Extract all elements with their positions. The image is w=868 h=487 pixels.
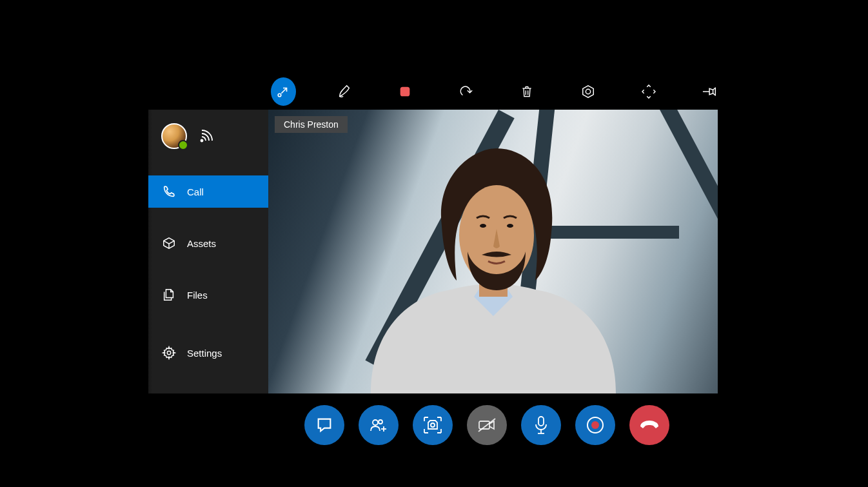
svg-marker-5	[583, 86, 594, 97]
hangup-button[interactable]	[629, 405, 669, 445]
svg-rect-2	[400, 87, 410, 97]
microphone-icon	[534, 415, 548, 435]
svg-line-24	[478, 419, 495, 432]
pin-icon	[702, 85, 718, 98]
call-controls	[304, 405, 669, 445]
participant-name: Chris Preston	[284, 119, 339, 130]
microphone-button[interactable]	[521, 405, 561, 445]
svg-point-19	[379, 420, 382, 424]
add-participant-button[interactable]	[359, 405, 399, 445]
files-icon	[161, 287, 177, 303]
sidebar-item-assets[interactable]: Assets	[148, 227, 268, 259]
expand-button[interactable]	[636, 77, 662, 106]
sidebar-item-label: Settings	[187, 348, 222, 359]
svg-point-22	[431, 423, 435, 427]
undo-button[interactable]	[454, 77, 479, 106]
sidebar-item-label: Assets	[187, 238, 216, 249]
hangup-icon	[638, 419, 660, 432]
sidebar-item-call[interactable]: Call	[148, 175, 268, 208]
add-participant-icon	[369, 416, 388, 434]
chat-button[interactable]	[304, 405, 344, 445]
chat-icon	[315, 416, 333, 434]
svg-point-13	[167, 351, 171, 355]
phone-icon	[161, 184, 177, 199]
signal-icon	[199, 128, 214, 144]
svg-point-11	[201, 140, 203, 142]
trash-icon	[520, 84, 533, 99]
participant-video	[345, 135, 642, 393]
sidebar-item-files[interactable]: Files	[148, 279, 268, 311]
video-off-button[interactable]	[467, 405, 507, 445]
pin-button[interactable]	[698, 77, 723, 106]
svg-point-6	[586, 89, 590, 94]
record-button[interactable]	[575, 405, 615, 445]
video-feed: Chris Preston	[268, 110, 718, 393]
ink-pen-icon	[337, 84, 351, 99]
record-icon	[586, 415, 605, 435]
trash-button[interactable]	[515, 77, 540, 106]
camera-capture-button[interactable]	[413, 405, 453, 445]
svg-rect-25	[538, 417, 544, 426]
camera-capture-icon	[423, 416, 442, 434]
svg-point-18	[373, 420, 378, 425]
sidebar-item-label: Files	[187, 290, 208, 301]
svg-line-1	[282, 88, 287, 94]
svg-point-29	[591, 421, 599, 429]
undo-icon	[459, 84, 473, 99]
profile-section	[148, 110, 268, 163]
package-icon	[161, 235, 177, 251]
expand-icon	[642, 84, 656, 99]
sidebar: Call Assets Files	[148, 110, 268, 393]
hexagon-settings-button[interactable]	[576, 77, 601, 106]
svg-point-16	[480, 224, 486, 228]
video-off-icon	[477, 417, 497, 433]
avatar[interactable]	[161, 123, 187, 149]
svg-point-17	[507, 224, 513, 228]
participant-name-tag: Chris Preston	[275, 116, 348, 133]
arrow-collapse-button[interactable]	[271, 77, 296, 106]
record-square-icon	[398, 84, 412, 99]
record-square-button[interactable]	[393, 77, 418, 106]
ink-pen-button[interactable]	[332, 77, 357, 106]
hexagon-settings-icon	[581, 84, 595, 99]
app-window: Call Assets Files	[148, 110, 718, 393]
arrow-collapse-icon	[276, 84, 290, 99]
sidebar-item-settings[interactable]: Settings	[148, 337, 268, 369]
svg-point-0	[278, 94, 281, 97]
gear-icon	[161, 345, 177, 361]
top-toolbar	[271, 76, 722, 107]
presence-indicator	[178, 140, 188, 150]
sidebar-item-label: Call	[187, 186, 204, 197]
